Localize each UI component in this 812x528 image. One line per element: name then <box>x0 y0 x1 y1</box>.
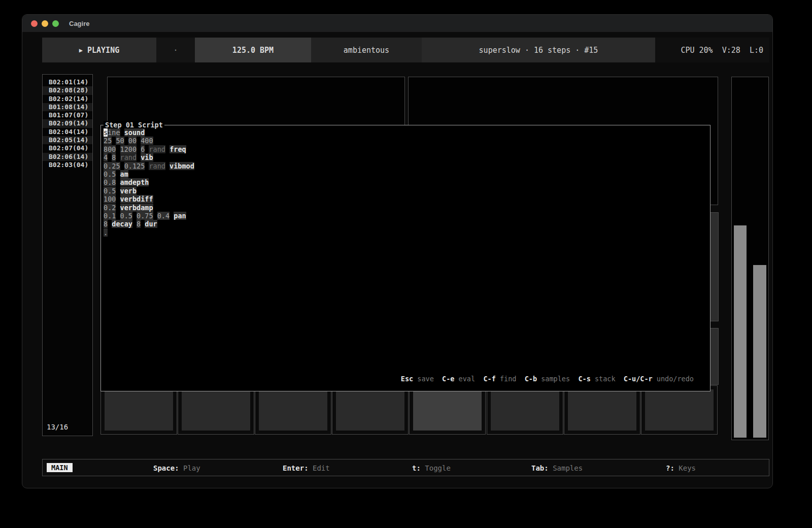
code-token: verbdiff <box>120 195 153 203</box>
keybind-key: C-b <box>525 375 537 383</box>
statusbar-hint: ?: Keys <box>666 464 696 472</box>
code-token: vibmod <box>170 162 194 170</box>
code-token: 0.5 <box>120 212 132 220</box>
code-token: 00 <box>128 137 137 145</box>
code-token: 0.75 <box>137 212 153 220</box>
code-token: rand <box>149 162 165 170</box>
modal-title: Step 01 Script <box>104 121 164 129</box>
keybind-label: eval <box>454 375 475 383</box>
code-token: amdepth <box>120 178 149 186</box>
code-token: pan <box>174 212 186 220</box>
list-item[interactable]: B02:05(14) <box>43 136 92 144</box>
list-item[interactable]: B02:04(14) <box>43 128 92 136</box>
maximize-button-icon[interactable] <box>52 20 59 27</box>
step-row <box>100 385 719 435</box>
level-meter-bar <box>734 225 747 438</box>
code-token: 800 <box>104 145 116 153</box>
code-token: 0.5 <box>104 170 116 178</box>
list-item[interactable]: B02:06(14) <box>43 153 92 161</box>
code-token: 0.2 <box>104 204 116 212</box>
app-window: Cagire ▶ PLAYING · 125.0 BPM ambientous … <box>22 14 773 488</box>
statusbar-hint: Tab: Samples <box>531 464 583 472</box>
code-token: 6 <box>141 145 145 153</box>
bpm-display: 125.0 BPM <box>195 38 311 62</box>
transport-status: ▶ PLAYING <box>42 38 156 62</box>
keybind-label: save <box>413 375 434 383</box>
step-fill <box>336 389 404 431</box>
step-fill <box>105 389 173 431</box>
list-item[interactable]: B01:07(07) <box>43 111 92 119</box>
sample-list: B02:01(14)B02:08(28)B02:02(14)B01:08(14)… <box>43 75 92 169</box>
code-token: freq <box>170 145 186 153</box>
modal-keybind-footer: Esc save C-e eval C-f find C-b samples C… <box>401 375 694 383</box>
code-token: rand <box>120 153 137 161</box>
list-counter: 13/16 <box>47 423 68 431</box>
step-cell[interactable] <box>487 385 563 435</box>
step-cell[interactable] <box>409 385 486 435</box>
keybind-label: find <box>496 375 517 383</box>
list-item[interactable]: B02:02(14) <box>43 95 92 103</box>
list-item[interactable]: B02:01(14) <box>43 78 92 86</box>
list-item[interactable]: B02:03(04) <box>43 161 92 169</box>
list-item[interactable]: B02:07(04) <box>43 144 92 152</box>
statusbar-hint: Enter: Edit <box>283 464 330 472</box>
list-item[interactable]: B02:09(14) <box>43 119 92 127</box>
play-icon: ▶ <box>79 47 83 54</box>
step-cell[interactable] <box>332 385 409 435</box>
code-token: 8 <box>137 220 141 228</box>
keybind-key: C-u/C-r <box>624 375 653 383</box>
code-token: 8 <box>112 153 116 161</box>
code-token: vib <box>141 153 153 161</box>
code-token: 4 <box>104 153 108 161</box>
sample-list-panel: B02:01(14)B02:08(28)B02:02(14)B01:08(14)… <box>42 74 93 436</box>
list-item[interactable]: B01:08(14) <box>43 103 92 111</box>
statusbar-hint: t: Toggle <box>412 464 451 472</box>
keybind-key: C-e <box>442 375 454 383</box>
script-editor[interactable]: sine sound25 50 00 400800 1200 6 rand fr… <box>104 128 194 237</box>
code-token: verbdamp <box>120 204 153 212</box>
cpu-stats: CPU 20% V:28 L:0 <box>655 38 769 62</box>
code-token: dur <box>145 220 157 228</box>
code-token: 0.4 <box>157 212 170 220</box>
minimize-button-icon[interactable] <box>42 20 48 27</box>
code-token: 0.1 <box>104 212 116 220</box>
code-token: 50 <box>116 137 124 145</box>
code-token: sound <box>124 128 145 137</box>
code-token: 25 <box>104 137 112 145</box>
mode-badge: MAIN <box>47 463 73 472</box>
step-cell[interactable] <box>564 385 640 435</box>
step-script-modal: Step 01 Script sine sound25 50 00 400800… <box>100 125 710 391</box>
step-fill <box>491 389 559 431</box>
step-fill <box>259 389 327 431</box>
step-cell[interactable] <box>100 385 177 435</box>
code-token: am <box>120 170 128 178</box>
step-fill <box>568 389 636 431</box>
code-token: 0.5 <box>104 187 116 195</box>
step-cell[interactable] <box>178 385 254 435</box>
code-token: ine <box>108 128 120 137</box>
keybind-label: samples <box>537 375 570 383</box>
statusbar-hint: Space: Play <box>153 464 200 472</box>
beat-indicator: · <box>156 38 195 62</box>
status-bar: MAIN Space: PlayEnter: Editt: ToggleTab:… <box>42 459 769 476</box>
keybind-key: Esc <box>401 375 413 383</box>
text-cursor: s <box>104 128 108 137</box>
code-token: verb <box>120 187 137 195</box>
patch-name: ambientous <box>311 38 422 62</box>
code-token: 0.125 <box>124 162 145 170</box>
code-token: 8 <box>104 220 108 228</box>
step-cell[interactable] <box>641 385 718 435</box>
list-item[interactable]: B02:08(28) <box>43 86 92 94</box>
step-fill-active <box>413 389 482 431</box>
code-token: 400 <box>141 137 153 145</box>
code-token: rand <box>149 145 165 153</box>
transport-bar: ▶ PLAYING · 125.0 BPM ambientous supersl… <box>42 38 769 62</box>
close-button-icon[interactable] <box>31 20 38 27</box>
step-cell[interactable] <box>255 385 331 435</box>
code-token: 0.25 <box>104 162 120 170</box>
code-token: decay <box>112 220 132 228</box>
code-token: 0.8 <box>104 178 116 186</box>
transport-status-label: PLAYING <box>87 46 119 55</box>
code-token: . <box>104 228 108 237</box>
level-meter-bar <box>753 265 766 438</box>
